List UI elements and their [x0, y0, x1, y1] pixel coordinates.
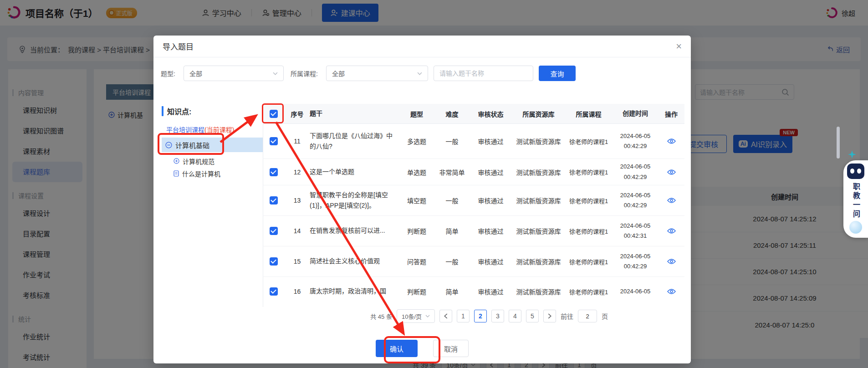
chevron-left-icon — [444, 313, 448, 319]
page-button-1[interactable]: 1 — [457, 310, 470, 322]
row-checkbox[interactable] — [270, 257, 278, 266]
chevron-down-icon — [425, 315, 430, 317]
type-filter-select[interactable]: 全部 — [184, 66, 284, 81]
goto-page-input[interactable] — [578, 310, 597, 322]
row-checkbox[interactable] — [270, 287, 278, 296]
table-row: 16 唐太宗时期，政治清明，国 判断题 简单 审核通过 测试新版资源库 徐老师的… — [263, 277, 684, 306]
tree-node-what-is-computer[interactable]: 什么是计算机 — [162, 167, 263, 179]
dialog-title: 导入题目 — [163, 41, 194, 52]
dialog-header: 导入题目 × — [153, 36, 691, 57]
search-button[interactable]: 查询 — [539, 66, 576, 81]
table-row: 15 简述社会主义核心价值观 问答题 一般 审核通过 测试新版资源库 徐老师的课… — [263, 246, 684, 277]
page-unit-label: 页 — [602, 312, 608, 321]
minus-circle-icon — [165, 142, 172, 148]
import-questions-dialog: 导入题目 × 题型: 全部 所属课程: 全部 查询 知识点: 平台培训课程(当 — [153, 36, 691, 363]
robot-icon — [847, 164, 864, 179]
course-filter-label: 所属课程: — [291, 69, 318, 78]
questions-table: 序号 题干 题型 难度 审核状态 所属资源库 所属课程 创建时间 操作 11 下… — [263, 104, 684, 306]
app-root: 项目名称（于1） 正式版 学习中心 管理中心 建课中心 — [0, 0, 868, 368]
tree-root-course[interactable]: 平台培训课程(当前课程) — [166, 125, 263, 134]
row-checkbox[interactable] — [270, 227, 278, 235]
row-checkbox[interactable] — [270, 168, 278, 176]
dialog-pagination: 共 45 条 10条/页 1 2 3 4 5 前往 页 — [153, 307, 684, 325]
assistant-pill[interactable]: 职教一问 — [843, 160, 868, 238]
prev-page-button[interactable] — [439, 310, 452, 322]
view-icon[interactable] — [667, 228, 676, 234]
stem-search-input[interactable] — [434, 66, 533, 81]
select-all-checkbox[interactable] — [270, 110, 278, 118]
dialog-filters: 题型: 全部 所属课程: 全部 查询 — [153, 66, 691, 81]
row-checkbox[interactable] — [270, 196, 278, 204]
page-button-2-current[interactable]: 2 — [474, 310, 487, 322]
document-icon — [174, 170, 179, 177]
page-button-4[interactable]: 4 — [509, 310, 521, 322]
total-count: 共 45 条 — [370, 312, 392, 321]
page-size-select[interactable]: 10条/页 — [397, 309, 435, 323]
row-checkbox[interactable] — [270, 137, 278, 145]
cancel-button[interactable]: 取消 — [433, 340, 469, 357]
page-button-3[interactable]: 3 — [491, 310, 504, 322]
view-icon[interactable] — [667, 288, 676, 295]
chevron-down-icon — [417, 72, 422, 75]
page-button-5[interactable]: 5 — [526, 310, 539, 322]
assistant-label: 职教一问 — [850, 183, 861, 219]
table-header-row: 序号 题干 题型 难度 审核状态 所属资源库 所属课程 创建时间 操作 — [263, 104, 684, 124]
type-filter-label: 题型: — [161, 69, 175, 78]
dialog-actions: 确认 取消 — [153, 340, 691, 357]
confirm-button[interactable]: 确认 — [376, 340, 418, 357]
sparkle-icon — [848, 150, 856, 158]
title-bar-accent — [162, 106, 163, 116]
view-icon[interactable] — [667, 258, 676, 265]
view-icon[interactable] — [667, 138, 676, 144]
table-scrollbar[interactable] — [837, 127, 840, 158]
table-row: 11 下面哪几位是《八仙过海》中的八仙? 多选题 一般 审核通过 测试新版资源库… — [263, 124, 684, 159]
view-icon[interactable] — [667, 197, 676, 204]
chevron-down-icon — [273, 72, 278, 75]
course-filter-select[interactable]: 全部 — [326, 66, 428, 81]
knowledge-tree: 知识点: 平台培训课程(当前课程) 计算机基础 计算机规范 什么是计算机 — [162, 105, 263, 179]
next-page-button[interactable] — [543, 310, 556, 322]
chevron-right-icon — [548, 313, 551, 319]
table-row: 14 在销售发票复核前可以进... 判断题 简单 审核通过 测试新版资源库 徐老… — [263, 216, 684, 246]
table-row: 12 这是一个单选题 单选题 非常简单 审核通过 测试新版资源库 徐老师的课程1… — [263, 159, 684, 185]
knowledge-tree-title: 知识点: — [162, 105, 263, 118]
plus-circle-icon — [174, 158, 179, 164]
tree-node-computer-standards[interactable]: 计算机规范 — [162, 155, 263, 167]
tree-node-computer-basics[interactable]: 计算机基础 — [162, 138, 263, 152]
view-icon[interactable] — [667, 169, 676, 175]
table-row: 13 智慧职教平台的全称是[填空(1)]，APP是[填空(2)]。 填空题 一般… — [263, 185, 684, 216]
assistant-ball-icon — [849, 221, 862, 234]
close-icon[interactable]: × — [676, 41, 682, 51]
goto-label: 前往 — [561, 312, 573, 321]
